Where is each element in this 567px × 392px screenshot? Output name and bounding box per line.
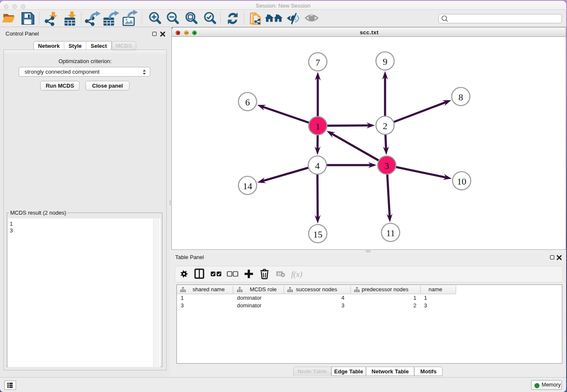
svg-text:10: 10 [457,176,466,187]
svg-text:15: 15 [313,229,322,240]
svg-text:4: 4 [315,160,320,171]
svg-text:6: 6 [245,97,250,108]
svg-text:7: 7 [316,57,320,68]
svg-text:2: 2 [383,121,388,131]
svg-text:f(x): f(x) [291,270,302,279]
svg-text:11: 11 [386,228,395,238]
svg-text:1: 1 [316,121,320,132]
svg-text:9: 9 [383,56,388,67]
svg-text:3: 3 [385,160,389,171]
svg-text:14: 14 [243,181,252,191]
svg-text:8: 8 [459,92,463,102]
